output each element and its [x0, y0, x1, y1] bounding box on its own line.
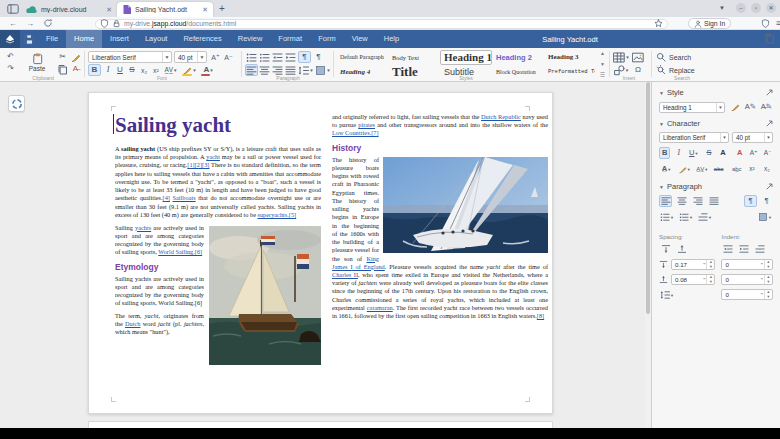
users-panel-icon[interactable]: [764, 33, 775, 44]
menu-tab-review[interactable]: Review: [230, 30, 271, 48]
browser-tab-document[interactable]: Sailing Yacht.odt ✕: [117, 2, 213, 17]
decrease-indent-button[interactable]: [271, 51, 284, 63]
copy-style-button[interactable]: [69, 51, 82, 63]
redo-button[interactable]: ↷: [4, 63, 17, 75]
shield-icon[interactable]: [100, 19, 109, 28]
sidebar-highlight-button[interactable]: A: [734, 147, 745, 159]
document-page-next[interactable]: [88, 421, 553, 428]
sidebar-shrink-font-button[interactable]: A⁻: [762, 147, 773, 159]
paragraph-marks-alt-button[interactable]: ¶: [312, 51, 325, 63]
dutch-painting-image[interactable]: [209, 226, 321, 365]
sidebar-bullet-list-button[interactable]: ▼: [659, 211, 675, 223]
quick-save-icon[interactable]: [20, 30, 38, 48]
paragraph-style-select[interactable]: Heading 1 ▼: [659, 102, 725, 113]
document-page[interactable]: Sailing yacht A sailing yacht (US ship p…: [88, 92, 553, 414]
account-icon[interactable]: [761, 19, 770, 28]
cut-button[interactable]: ✂: [56, 51, 69, 63]
indent-decrease-button[interactable]: [721, 243, 734, 255]
sidebar-underline-button[interactable]: U▼: [687, 147, 700, 159]
gallery-scroll-up-icon[interactable]: ▲: [600, 50, 605, 56]
bookmark-star-icon[interactable]: [654, 19, 663, 28]
character-section-header[interactable]: ▼ Character: [659, 119, 773, 128]
clear-style-button[interactable]: A̶: [69, 63, 82, 75]
menu-tab-insert[interactable]: Insert: [102, 30, 137, 48]
undo-button[interactable]: ↶: [4, 51, 17, 63]
style-body-text[interactable]: Body Text: [388, 50, 440, 65]
paragraph[interactable]: and originally referred to light, fast s…: [332, 113, 548, 138]
first-line-indent-button[interactable]: [753, 243, 766, 255]
insert-table-button[interactable]: ▼: [613, 51, 630, 63]
stepper-icon[interactable]: ▲▼: [764, 260, 772, 269]
stepper-icon[interactable]: ▲▼: [764, 290, 772, 299]
forward-icon[interactable]: →: [26, 19, 34, 28]
sidebar-superscript-button[interactable]: x²: [746, 163, 758, 175]
sidebar-italic-button[interactable]: I: [673, 147, 684, 159]
sidebar-numbered-list-button[interactable]: ▼: [678, 211, 694, 223]
sign-in-button[interactable]: Sign In: [688, 18, 731, 29]
sidebar-font-name-select[interactable]: Liberation Serif ▼: [659, 132, 729, 143]
character-advanced-settings-icon[interactable]: [766, 120, 773, 127]
menu-hamburger-icon[interactable]: ≡: [776, 18, 780, 28]
sidebar-paragraph-marks-alt-button[interactable]: ¶: [760, 195, 773, 207]
show-paragraph-marks-button[interactable]: ¶: [298, 51, 311, 63]
back-icon[interactable]: ←: [9, 19, 17, 28]
update-style-button[interactable]: A✎: [744, 101, 757, 113]
style-advanced-settings-icon[interactable]: [766, 89, 773, 96]
menu-tab-home[interactable]: Home: [66, 30, 102, 48]
numbered-list-button[interactable]: [258, 51, 271, 63]
indent-first-line-input[interactable]: 0 " ▲▼: [721, 289, 773, 300]
firefox-view-icon[interactable]: [5, 2, 21, 15]
manage-styles-button[interactable]: A̶✎: [760, 101, 773, 113]
sidebar-subscript-button[interactable]: x₂: [761, 163, 773, 175]
menu-tab-format[interactable]: Format: [270, 30, 310, 48]
style-heading-1[interactable]: Heading 1: [440, 50, 492, 65]
sidebar-strikethrough-button[interactable]: S: [704, 147, 715, 159]
sidebar-align-justify-button[interactable]: [707, 195, 720, 207]
menu-tab-view[interactable]: View: [344, 30, 376, 48]
heading-history[interactable]: History: [332, 143, 548, 153]
lock-icon[interactable]: [112, 19, 121, 28]
decrease-font-size-button[interactable]: A⁻: [222, 51, 235, 63]
menu-tab-file[interactable]: File: [38, 30, 66, 48]
style-default-paragraph[interactable]: Default Paragraph: [336, 50, 388, 65]
list-tabs-icon[interactable]: ▼: [719, 5, 725, 11]
new-tab-button[interactable]: +: [219, 3, 225, 14]
copy-button[interactable]: [56, 63, 69, 75]
small-strike-button[interactable]: abc: [713, 163, 725, 175]
reload-icon[interactable]: [43, 18, 53, 28]
underline-color-button[interactable]: A̲▼: [659, 163, 674, 175]
scrollbar-thumb[interactable]: [646, 82, 650, 314]
new-style-button[interactable]: [728, 101, 741, 113]
paragraph-section-header[interactable]: ▼ Paragraph: [659, 182, 773, 191]
change-case-button[interactable]: ab̲c: [731, 163, 743, 175]
tab-close-icon[interactable]: ✕: [202, 6, 208, 14]
paragraph-advanced-settings-icon[interactable]: [766, 183, 773, 190]
sidebar-align-left-button[interactable]: [659, 195, 672, 207]
menu-tab-help[interactable]: Help: [376, 30, 407, 48]
increase-indent-button[interactable]: [284, 51, 297, 63]
gallery-scroll-down-icon[interactable]: ▼: [600, 61, 605, 67]
add-space-below-button[interactable]: [675, 243, 688, 255]
stepper-icon[interactable]: ▲▼: [706, 275, 714, 284]
insert-image-button[interactable]: [631, 51, 645, 63]
sidebar-font-color-button[interactable]: A: [717, 147, 728, 159]
paragraph[interactable]: A sailing yacht (US ship prefixes SY or …: [115, 145, 321, 219]
menu-tab-form[interactable]: Form: [310, 30, 344, 48]
style-heading-2[interactable]: Heading 2: [492, 50, 544, 65]
sidebar-line-spacing-button[interactable]: ▼: [659, 289, 675, 301]
bullet-list-button[interactable]: [245, 51, 258, 63]
tab-close-icon[interactable]: ✕: [106, 6, 112, 14]
sidebar-font-size-select[interactable]: 40 pt ▼: [732, 132, 773, 143]
menu-tab-references[interactable]: References: [175, 30, 229, 48]
increase-font-size-button[interactable]: A⁺: [209, 51, 222, 63]
browser-tab-mydrive[interactable]: my-drive.cloud ✕: [21, 2, 117, 17]
search-button[interactable]: Search: [656, 51, 708, 63]
paste-button[interactable]: Paste: [20, 50, 54, 74]
highlight-color-button-side[interactable]: ▼: [677, 163, 692, 175]
url-bar[interactable]: my-drive.jsapp.cloud/documents.html: [95, 19, 668, 29]
indent-before-input[interactable]: 0 " ▲▼: [721, 259, 773, 270]
gallery-expand-icon[interactable]: ☰: [600, 71, 605, 78]
style-heading-3[interactable]: Heading 3: [544, 50, 596, 65]
window-close-button[interactable]: ✕: [766, 3, 776, 13]
add-space-above-button[interactable]: [659, 243, 672, 255]
